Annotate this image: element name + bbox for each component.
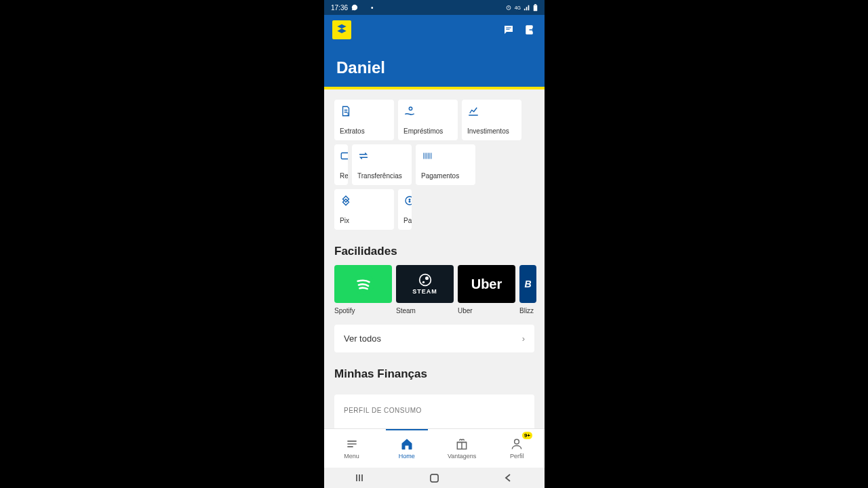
nav-label: Perfil <box>510 453 524 460</box>
chat-icon[interactable] <box>502 24 515 36</box>
facilidade-steam[interactable]: STEAM Steam <box>396 265 454 314</box>
action-label: Re <box>340 172 348 180</box>
facilidade-label: Spotify <box>334 307 392 314</box>
status-dot: • <box>371 4 374 12</box>
action-label: Pa <box>403 217 412 224</box>
chart-line-icon <box>467 105 479 117</box>
svg-rect-14 <box>431 474 438 481</box>
ver-todos-label: Ver todos <box>344 333 381 344</box>
action-transferencias[interactable]: Transferências <box>352 144 412 185</box>
battery-icon <box>533 4 538 12</box>
recents-button[interactable] <box>355 472 367 484</box>
document-icon: $ <box>340 105 352 117</box>
action-extratos[interactable]: $ Extratos <box>334 100 394 140</box>
dollar-icon <box>403 195 412 207</box>
nav-perfil[interactable]: 9+ Perfil <box>490 429 545 468</box>
svg-point-13 <box>515 439 519 444</box>
financas-title: Minhas Finanças <box>324 352 545 388</box>
facilidades-row: Spotify STEAM Steam Uber Uber B Blizz <box>324 265 545 314</box>
android-nav-bar <box>324 468 545 488</box>
barcode-icon <box>421 150 433 162</box>
action-recarga[interactable]: Re <box>334 144 348 185</box>
logout-icon[interactable] <box>524 24 536 36</box>
username-label: Daniel <box>332 58 536 77</box>
status-time: 17:36 <box>331 4 348 12</box>
svg-rect-2 <box>534 4 536 5</box>
notification-badge: 9+ <box>522 432 532 439</box>
nav-label: Menu <box>344 453 359 460</box>
action-label: Empréstimos <box>403 127 452 135</box>
nav-vantagens[interactable]: Vantagens <box>435 429 490 468</box>
download-icon <box>361 5 368 11</box>
uber-logo: Uber <box>458 265 515 303</box>
phone-frame: 17:36 • 4G Daniel $ <box>324 0 545 488</box>
ver-todos-button[interactable]: Ver todos › <box>334 325 534 352</box>
home-icon <box>400 437 414 451</box>
profile-icon <box>510 437 524 451</box>
card-icon <box>340 150 348 162</box>
nav-label: Home <box>399 453 415 460</box>
action-investimentos[interactable]: Investimentos <box>462 100 521 140</box>
action-pacote[interactable]: Pa <box>398 189 412 230</box>
steam-logo: STEAM <box>396 265 454 303</box>
nav-menu[interactable]: Menu <box>324 429 379 468</box>
menu-icon <box>345 437 359 451</box>
facilidade-spotify[interactable]: Spotify <box>334 265 392 314</box>
nav-label: Vantagens <box>448 453 476 460</box>
blizzard-logo: B <box>519 265 536 303</box>
home-button[interactable] <box>428 472 440 484</box>
facilidade-label: Blizz <box>519 307 536 314</box>
signal-icon <box>524 4 530 11</box>
spotify-logo <box>334 265 392 303</box>
app-header: Daniel <box>324 15 545 87</box>
action-pix[interactable]: Pix <box>334 189 394 230</box>
gift-icon <box>455 437 469 451</box>
action-label: Investimentos <box>467 127 516 135</box>
svg-point-7 <box>406 197 412 205</box>
transfer-icon <box>357 150 370 162</box>
svg-rect-6 <box>341 153 348 159</box>
nav-home[interactable]: Home <box>379 429 434 468</box>
svg-rect-1 <box>534 5 538 11</box>
back-button[interactable] <box>502 472 514 484</box>
alarm-icon <box>505 4 512 11</box>
bb-logo[interactable] <box>332 20 351 39</box>
facilidade-label: Uber <box>458 307 515 314</box>
action-grid: $ Extratos Empréstimos Investimentos Re … <box>324 89 545 230</box>
action-pagamentos[interactable]: Pagamentos <box>416 144 475 185</box>
perfil-consumo-label: PERFIL DE CONSUMO <box>344 407 525 414</box>
facilidade-blizzard[interactable]: B Blizz <box>519 265 536 314</box>
hand-coin-icon <box>403 105 416 117</box>
svg-point-5 <box>409 107 412 110</box>
facilidades-title: Facilidades <box>324 230 545 265</box>
facilidade-uber[interactable]: Uber Uber <box>458 265 515 314</box>
whatsapp-icon <box>351 4 358 11</box>
pix-icon <box>340 195 352 207</box>
main-content: $ Extratos Empréstimos Investimentos Re … <box>324 89 545 428</box>
action-label: Extratos <box>340 127 389 135</box>
chevron-right-icon: › <box>522 333 525 344</box>
android-status-bar: 17:36 • 4G <box>324 0 545 15</box>
svg-point-10 <box>425 277 429 280</box>
facilidade-label: Steam <box>396 307 454 314</box>
action-label: Transferências <box>357 172 406 180</box>
bottom-nav: Menu Home Vantagens 9+ Perfil <box>324 428 545 468</box>
action-emprestimos[interactable]: Empréstimos <box>398 100 458 140</box>
network-icon: 4G <box>515 5 521 10</box>
perfil-consumo-card[interactable]: PERFIL DE CONSUMO <box>334 394 534 428</box>
action-label: Pix <box>340 217 389 224</box>
svg-point-9 <box>419 274 431 286</box>
action-label: Pagamentos <box>421 172 470 180</box>
svg-point-11 <box>422 281 424 283</box>
